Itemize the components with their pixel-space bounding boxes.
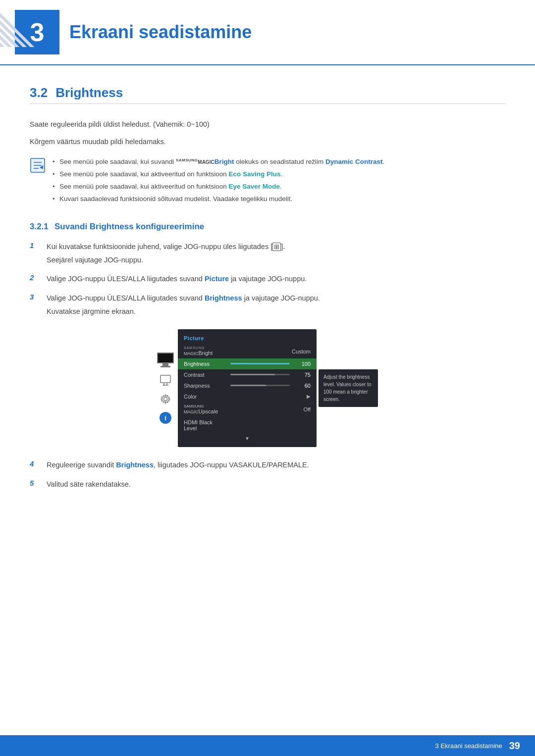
info-icon: i	[160, 412, 171, 424]
osd-contrast-value: 75	[297, 372, 311, 378]
step-4: 4 Reguleerige suvandit Brightness, liigu…	[30, 459, 505, 471]
section-number: 3.2	[30, 85, 48, 100]
osd-sharpness-fill	[230, 385, 266, 386]
subsection-header: 3.2.1 Suvandi Brightness konfigureerimin…	[30, 222, 505, 232]
section-header: 3.2 Brightness	[30, 85, 505, 104]
step-2: 2 Valige JOG-nuppu ÜLES/ALLA liigutades …	[30, 273, 505, 285]
step-number-4: 4	[30, 459, 40, 468]
osd-upscale-label: SAMSUNGMAGICUpscale	[184, 404, 223, 414]
step-text-1: Kui kuvatakse funktsioonide juhend, vali…	[47, 241, 285, 266]
steps-list: 1 Kui kuvatakse funktsioonide juhend, va…	[30, 241, 505, 317]
osd-magic-label: MAGICBright	[184, 350, 213, 356]
note-item-3: See menüü pole saadaval, kui aktiveeritu…	[53, 181, 384, 193]
osd-upscale-value: Off	[304, 406, 311, 412]
steps-list-2: 4 Reguleerige suvandit Brightness, liigu…	[30, 459, 505, 490]
note-item-1: See menüü pole saadaval, kui suvandi SAM…	[53, 156, 384, 168]
svg-rect-10	[160, 375, 170, 383]
diagonal-decoration	[0, 0, 54, 47]
osd-tooltip: Adjust the brightness level. Values clos…	[319, 369, 378, 407]
note-box: See menüü pole saadaval, kui suvandi SAM…	[30, 156, 505, 206]
info-icon-label: i	[164, 414, 166, 422]
monitor-mockup: i Picture SAMSUNG MAGICBright Custom Bri…	[157, 329, 378, 447]
osd-brightness-row: Brightness 100	[178, 358, 317, 369]
osd-sharpness-label: Sharpness	[184, 383, 223, 389]
step-number-3: 3	[30, 292, 40, 301]
step-number-1: 1	[30, 241, 40, 250]
step-5: 5 Valitud säte rakendatakse.	[30, 478, 505, 491]
display-screen	[157, 353, 174, 363]
note-item-4: Kuvari saadaolevad funktsioonid sõltuvad…	[53, 194, 384, 205]
footer-chapter-label: 3 Ekraani seadistamine	[435, 742, 502, 750]
svg-point-14	[164, 398, 167, 401]
osd-contrast-track	[230, 374, 290, 375]
osd-color-row: Color ▶	[178, 391, 317, 402]
osd-hdmi-row: HDMI Black Level	[178, 417, 317, 434]
osd-hdmi-label: HDMI Black Level	[184, 419, 223, 431]
step-number-5: 5	[30, 478, 40, 487]
section-title: Brightness	[55, 85, 123, 100]
page-footer: 3 Ekraani seadistamine 39	[0, 735, 535, 756]
step-text-4: Reguleerige suvandit Brightness, liiguta…	[47, 459, 309, 471]
screen-container: i Picture SAMSUNG MAGICBright Custom Bri…	[30, 329, 505, 447]
osd-down-arrow: ▼	[178, 434, 317, 443]
footer-page-number: 39	[509, 740, 520, 752]
osd-contrast-fill	[230, 374, 275, 375]
osd-magicbright-value: Custom	[292, 349, 311, 354]
step-3: 3 Valige JOG-nuppu ÜLES/ALLA liigutades …	[30, 292, 505, 317]
display-base	[160, 366, 170, 367]
subsection-number: 3.2.1	[30, 222, 49, 231]
osd-contrast-label: Contrast	[184, 372, 223, 378]
subsection-title: Suvandi Brightness konfigureerimine	[54, 222, 204, 231]
osd-brightness-value: 100	[297, 361, 311, 367]
step-text-3: Valige JOG-nuppu ÜLES/ALLA liigutades su…	[47, 292, 320, 317]
step-number-2: 2	[30, 273, 40, 282]
osd-menu: Picture SAMSUNG MAGICBright Custom Brigh…	[178, 329, 317, 447]
osd-color-label: Color	[184, 394, 223, 400]
description-2: Kõrgem väärtus muudab pildi heledamaks.	[30, 136, 505, 148]
osd-brightness-track	[230, 363, 290, 364]
step-text-2: Valige JOG-nuppu ÜLES/ALLA liigutades su…	[47, 273, 307, 285]
osd-upscale-row: SAMSUNGMAGICUpscale Off	[178, 402, 317, 417]
monitor-display-icon	[157, 353, 174, 367]
osd-brightness-fill	[230, 363, 290, 364]
osd-magicbright-label: SAMSUNG MAGICBright	[184, 346, 213, 356]
note-list: See menüü pole saadaval, kui suvandi SAM…	[53, 156, 384, 206]
step-text-5: Valitud säte rakendatakse.	[47, 478, 131, 491]
osd-sharpness-row: Sharpness 60	[178, 380, 317, 391]
osd-contrast-row: Contrast 75	[178, 369, 317, 380]
osd-brightness-label: Brightness	[184, 361, 223, 367]
main-content: 3.2 Brightness Saate reguleerida pildi ü…	[0, 85, 535, 537]
page-header: 3 Ekraani seadistamine	[0, 0, 535, 65]
description-1: Saate reguleerida pildi üldist heledust.…	[30, 119, 505, 130]
note-icon	[30, 157, 46, 173]
osd-samsung-label: SAMSUNG	[184, 346, 213, 350]
chapter-title: Ekraani seadistamine	[69, 22, 252, 43]
step-1: 1 Kui kuvatakse funktsioonide juhend, va…	[30, 241, 505, 266]
monitor-icons: i	[157, 353, 174, 424]
osd-sharpness-value: 60	[297, 383, 311, 389]
gear-icon	[160, 393, 171, 405]
note-item-2: See menüü pole saadaval, kui aktiveeritu…	[53, 169, 384, 180]
osd-magicbright-row: SAMSUNG MAGICBright Custom	[178, 344, 317, 358]
osd-sharpness-track	[230, 385, 290, 386]
osd-color-arrow: ▶	[307, 394, 311, 399]
osd-header: Picture	[178, 333, 317, 344]
cursor-icon	[160, 374, 171, 386]
